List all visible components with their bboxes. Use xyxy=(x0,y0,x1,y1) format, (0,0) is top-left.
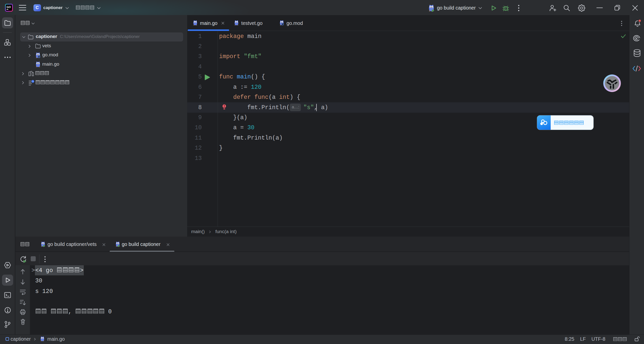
svg-text:GO: GO xyxy=(7,6,11,9)
